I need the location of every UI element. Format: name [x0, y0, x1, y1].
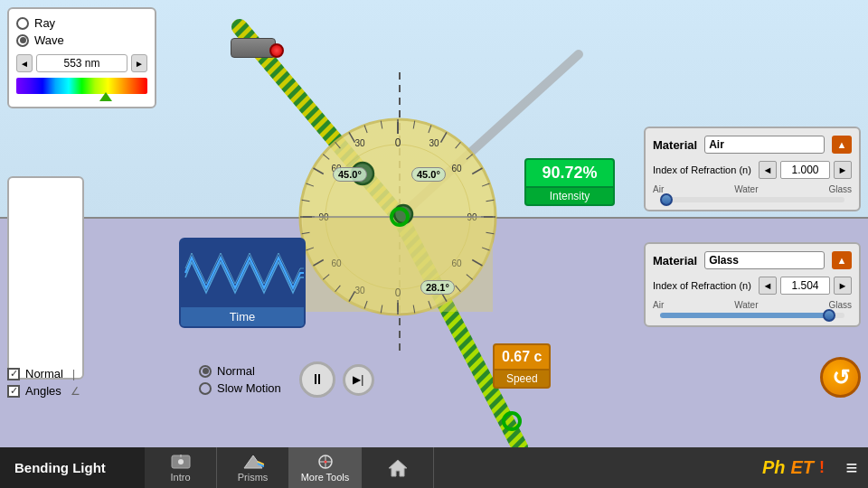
wave-radio-circle[interactable]: [16, 34, 29, 47]
spectrum-bar[interactable]: [16, 78, 147, 94]
material-panel-glass: Material Glass ▲ Index of Refraction (n)…: [644, 242, 861, 327]
focal-point-top[interactable]: [390, 207, 410, 227]
material-select-arrow-2[interactable]: ▲: [832, 251, 852, 269]
material-select-1[interactable]: Air: [704, 136, 825, 154]
index-decrease-btn-1[interactable]: ◄: [759, 161, 777, 179]
menu-button[interactable]: ≡: [835, 447, 868, 488]
index-value-1: 1.000: [780, 161, 830, 179]
speed-display: 0.67 c Speed: [493, 343, 551, 389]
checkbox-area: Normal | Angles ∠: [7, 367, 80, 398]
wave-label: Wave: [34, 33, 64, 47]
step-button[interactable]: ▶|: [343, 364, 374, 396]
slider-thumb-1[interactable]: [660, 193, 673, 206]
slow-motion-label: Slow Motion: [217, 381, 281, 395]
normal-motion-label: Normal: [217, 364, 255, 378]
index-increase-btn-1[interactable]: ►: [834, 161, 852, 179]
light-type-radio-group: Ray Wave: [16, 16, 147, 47]
material-header-2: Material Glass ▲: [653, 251, 852, 269]
slow-motion-radio[interactable]: Slow Motion: [199, 381, 281, 395]
index-row-2: Index of Refraction (n) ◄ 1.504 ►: [653, 277, 852, 295]
material-panel-air: Material Air ▲ Index of Refraction (n) ◄…: [644, 127, 861, 211]
angles-checkbox[interactable]: [7, 385, 20, 398]
motion-radio-group: Normal Slow Motion: [199, 364, 281, 395]
material-header-1: Material Air ▲: [653, 136, 852, 154]
svg-rect-26: [303, 217, 493, 312]
svg-text:30: 30: [429, 138, 439, 148]
tab-intro-label: Intro: [170, 472, 190, 483]
angle-incident-label: 45.0°: [333, 167, 367, 182]
tab-more-tools[interactable]: More Tools: [289, 447, 362, 488]
pause-button[interactable]: ⏸: [299, 361, 335, 398]
tab-prisms[interactable]: Prisms: [217, 447, 289, 488]
step-icon: ▶|: [353, 373, 363, 386]
index-label-1: Index of Refraction (n): [653, 164, 755, 175]
normal-motion-radio-circle[interactable]: [199, 365, 212, 378]
intensity-display: 90.72% Intensity: [524, 158, 615, 206]
svg-point-68: [178, 459, 184, 465]
phet-logo-text2: ET: [790, 457, 814, 478]
index-value-2: 1.504: [780, 277, 830, 295]
material-label-2: Material: [653, 254, 697, 267]
index-decrease-btn-2[interactable]: ◄: [759, 277, 777, 295]
normal-checkbox-item[interactable]: Normal |: [7, 367, 80, 380]
angles-icon: ∠: [71, 385, 80, 398]
ray-radio[interactable]: Ray: [16, 16, 147, 30]
material-select-arrow-1[interactable]: ▲: [832, 136, 852, 154]
angles-checkbox-item[interactable]: Angles ∠: [7, 384, 80, 398]
index-label-2: Index of Refraction (n): [653, 280, 755, 291]
time-wave-area: [181, 239, 304, 307]
slider-track-1[interactable]: [660, 197, 844, 202]
phet-accent: !: [819, 458, 825, 477]
slider-labels-1: Air Water Glass: [653, 184, 852, 194]
material-label-1: Material: [653, 138, 697, 152]
slow-motion-radio-circle[interactable]: [199, 382, 212, 395]
index-increase-btn-2[interactable]: ►: [834, 277, 852, 295]
pause-icon: ⏸: [310, 371, 325, 388]
index-row-1: Index of Refraction (n) ◄ 1.000 ►: [653, 161, 852, 179]
left-panel: [7, 176, 84, 380]
angle-reflected-label: 45.0°: [411, 167, 446, 182]
svg-text:0: 0: [395, 136, 401, 149]
more-tools-icon: [315, 454, 336, 470]
intensity-label: Intensity: [524, 188, 615, 206]
normal-icon: |: [72, 368, 75, 380]
time-display: Time: [179, 238, 306, 328]
svg-text:60: 60: [451, 164, 462, 174]
menu-icon: ≡: [846, 456, 858, 480]
wavelength-increase-btn[interactable]: ►: [131, 54, 147, 72]
ray-radio-circle[interactable]: [16, 17, 29, 30]
intro-icon: [170, 454, 192, 470]
wavelength-display: 553 nm: [36, 54, 127, 72]
normal-motion-radio[interactable]: Normal: [199, 364, 281, 378]
tab-more-tools-label: More Tools: [301, 472, 350, 483]
slider-thumb-2[interactable]: [823, 309, 835, 322]
laser-dot[interactable]: [269, 43, 284, 58]
intensity-value: 90.72%: [524, 158, 615, 188]
wavelength-control: ◄ 553 nm ►: [16, 54, 147, 72]
bottom-controls: Normal Slow Motion ⏸ ▶|: [199, 361, 374, 398]
slider-track-2[interactable]: [660, 313, 844, 318]
svg-point-76: [324, 460, 326, 463]
reset-button[interactable]: ↺: [820, 357, 861, 398]
light-type-panel: Ray Wave ◄ 553 nm ►: [7, 7, 156, 108]
spectrum-indicator: [99, 92, 112, 101]
slider-labels-2: Air Water Glass: [653, 300, 852, 310]
wave-radio[interactable]: Wave: [16, 33, 147, 47]
tab-prisms-label: Prisms: [238, 472, 269, 483]
play-controls: ⏸ ▶|: [299, 361, 374, 398]
simulation-area: 0 90 90 60 60 30 30 0 30 30 60 60: [0, 0, 868, 447]
tab-home[interactable]: [362, 447, 434, 488]
app-title: Bending Light: [0, 447, 145, 488]
focal-point-bottom[interactable]: [502, 411, 522, 431]
material-select-2[interactable]: Glass: [704, 251, 825, 269]
angles-checkbox-label: Angles: [25, 384, 61, 398]
time-label: Time: [181, 307, 304, 326]
tab-intro[interactable]: Intro: [145, 447, 217, 488]
ray-label: Ray: [34, 16, 55, 30]
speed-value: 0.67 c: [493, 343, 551, 371]
phet-logo: Ph ET !: [751, 447, 835, 488]
angle-refracted-label: 28.1°: [420, 280, 455, 295]
normal-checkbox[interactable]: [7, 368, 20, 380]
wavelength-decrease-btn[interactable]: ◄: [16, 54, 33, 72]
home-icon: [387, 460, 409, 476]
